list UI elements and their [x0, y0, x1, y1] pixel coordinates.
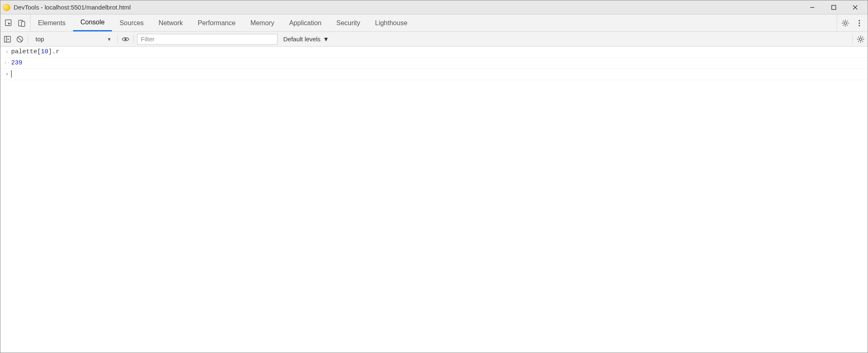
- more-options-icon[interactable]: [854, 18, 864, 28]
- toolbar-left-icon-group: [0, 14, 31, 31]
- svg-rect-6: [21, 21, 25, 26]
- console-prompt-input[interactable]: [11, 70, 12, 78]
- svg-rect-1: [832, 5, 836, 9]
- toolbar-divider: [852, 35, 853, 44]
- svg-line-15: [843, 25, 844, 26]
- live-expression-eye-icon[interactable]: [121, 35, 130, 44]
- window-title: DevTools - localhost:5501/mandelbrot.htm…: [14, 4, 802, 11]
- maximize-button[interactable]: [823, 0, 844, 14]
- console-filter-input[interactable]: [137, 34, 277, 45]
- toolbar-divider: [117, 35, 118, 44]
- devtools-app-icon: [3, 4, 10, 11]
- console-input-row: ›palette[10].r: [0, 47, 868, 58]
- tab-performance[interactable]: Performance: [190, 14, 243, 31]
- console-result-content: 239: [11, 59, 22, 67]
- minimize-button[interactable]: [802, 0, 823, 14]
- tab-security[interactable]: Security: [329, 14, 368, 31]
- svg-point-7: [844, 22, 847, 24]
- window-controls: [802, 0, 866, 14]
- svg-point-18: [859, 25, 860, 26]
- inspect-element-icon[interactable]: [5, 19, 13, 27]
- console-settings-gear-icon[interactable]: [856, 35, 865, 44]
- tab-network[interactable]: Network: [151, 14, 190, 31]
- chevron-down-icon: ▼: [107, 37, 111, 42]
- svg-line-29: [858, 37, 859, 38]
- devtools-main-toolbar: ElementsConsoleSourcesNetworkPerformance…: [0, 14, 868, 32]
- chevron-down-icon: ▼: [323, 36, 329, 43]
- chevron-right-icon: ›: [3, 70, 11, 78]
- svg-line-32: [858, 41, 859, 42]
- svg-line-13: [847, 25, 848, 26]
- svg-point-23: [125, 38, 127, 40]
- close-button[interactable]: [844, 0, 866, 14]
- console-result-row: ‹·239: [0, 58, 868, 69]
- tab-elements[interactable]: Elements: [31, 14, 73, 31]
- console-toolbar: top ▼ Default levels ▼: [0, 32, 868, 47]
- svg-point-24: [859, 38, 862, 40]
- tab-memory[interactable]: Memory: [243, 14, 282, 31]
- clear-console-icon[interactable]: [15, 35, 24, 44]
- tab-application[interactable]: Application: [282, 14, 329, 31]
- svg-line-22: [18, 37, 21, 41]
- console-output-area[interactable]: ›palette[10].r‹·239›: [0, 47, 868, 353]
- svg-line-14: [847, 21, 848, 21]
- toggle-console-sidebar-icon[interactable]: [3, 35, 12, 44]
- text-cursor: [11, 70, 12, 78]
- log-levels-selector[interactable]: Default levels ▼: [281, 36, 332, 43]
- svg-line-12: [843, 21, 844, 21]
- toolbar-right-icon-group: [837, 14, 868, 31]
- svg-point-17: [859, 22, 860, 24]
- svg-line-31: [862, 37, 863, 38]
- execution-context-selector[interactable]: top ▼: [31, 34, 114, 45]
- execution-context-label: top: [36, 36, 44, 43]
- toolbar-divider: [133, 35, 134, 44]
- chevron-right-icon: ›: [3, 48, 11, 56]
- toolbar-divider: [28, 35, 28, 44]
- console-input-content: palette[10].r: [11, 48, 59, 56]
- devtools-tabs: ElementsConsoleSourcesNetworkPerformance…: [31, 14, 415, 31]
- log-levels-label: Default levels: [283, 36, 320, 43]
- svg-line-30: [862, 41, 863, 42]
- svg-point-16: [859, 20, 860, 21]
- toggle-device-toolbar-icon[interactable]: [18, 19, 26, 27]
- console-prompt-row[interactable]: ›: [0, 69, 868, 80]
- return-arrow-icon: ‹·: [3, 59, 11, 67]
- settings-gear-icon[interactable]: [840, 18, 850, 28]
- tab-console[interactable]: Console: [73, 14, 112, 31]
- console-toolbar-right-group: [852, 35, 865, 44]
- window-titlebar: DevTools - localhost:5501/mandelbrot.htm…: [0, 0, 868, 14]
- tab-lighthouse[interactable]: Lighthouse: [368, 14, 415, 31]
- svg-rect-19: [5, 36, 11, 42]
- tab-sources[interactable]: Sources: [112, 14, 151, 31]
